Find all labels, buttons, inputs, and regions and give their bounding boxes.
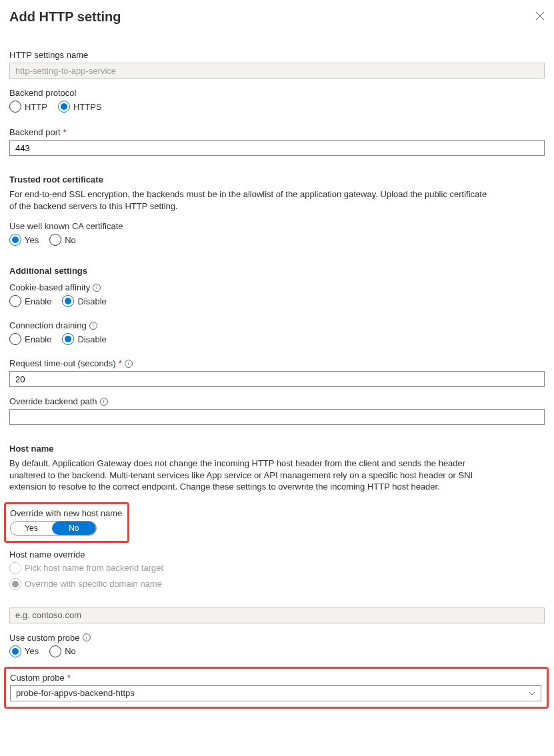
hostname-override-mode-label: Host name override	[9, 550, 545, 560]
required-asterisk: *	[67, 673, 71, 683]
request-timeout-label: Request time-out (seconds) * i	[9, 358, 545, 368]
label-text: Custom probe	[10, 673, 65, 683]
cookie-affinity-group: Enable Disable	[9, 295, 545, 307]
trusted-root-desc: For end-to-end SSL encryption, the backe…	[9, 189, 496, 212]
override-hostname-toggle[interactable]: Yes No	[10, 521, 97, 536]
settings-name-input[interactable]	[9, 63, 545, 79]
info-icon[interactable]: i	[125, 360, 133, 368]
settings-name-label: HTTP settings name	[9, 50, 545, 60]
use-custom-probe-label: Use custom probe i	[9, 633, 545, 643]
domain-name-input	[9, 607, 545, 623]
radio-label: Pick host name from backend target	[25, 563, 163, 573]
connection-draining-enable[interactable]: Enable	[9, 333, 51, 345]
override-hostname-label: Override with new host name	[10, 508, 122, 518]
cookie-affinity-label: Cookie-based affinity i	[9, 282, 545, 292]
radio-label: No	[65, 235, 76, 245]
radio-label: Disable	[77, 296, 106, 306]
hostname-override-pick: Pick host name from backend target	[9, 562, 539, 574]
radio-label: No	[65, 646, 76, 656]
well-known-ca-yes[interactable]: Yes	[9, 234, 39, 246]
radio-label: Override with specific domain name	[25, 579, 162, 589]
label-text: Request time-out (seconds)	[9, 358, 116, 368]
cookie-affinity-enable[interactable]: Enable	[9, 295, 51, 307]
info-icon[interactable]: i	[83, 633, 91, 641]
connection-draining-label: Connection draining i	[9, 320, 545, 330]
custom-probe-select[interactable]: probe-for-appvs-backend-https	[10, 685, 541, 701]
required-asterisk: *	[63, 127, 67, 137]
backend-protocol-http[interactable]: HTTP	[9, 101, 47, 113]
use-custom-probe-yes[interactable]: Yes	[9, 645, 39, 657]
info-icon[interactable]: i	[93, 284, 101, 292]
well-known-ca-group: Yes No	[9, 234, 545, 246]
radio-label: HTTP	[25, 102, 47, 112]
backend-protocol-group: HTTP HTTPS	[9, 101, 545, 113]
connection-draining-disable[interactable]: Disable	[62, 333, 106, 345]
radio-label: Disable	[77, 334, 106, 344]
request-timeout-input[interactable]	[9, 371, 545, 387]
select-value: probe-for-appvs-backend-https	[16, 688, 135, 698]
override-hostname-no[interactable]: No	[52, 522, 96, 535]
override-hostname-highlight: Override with new host name Yes No	[4, 502, 129, 543]
label-text: Connection draining	[9, 320, 87, 330]
backend-protocol-label: Backend protocol	[9, 88, 545, 98]
backend-port-label: Backend port *	[9, 127, 545, 137]
well-known-ca-label: Use well known CA certificate	[9, 221, 545, 231]
backend-port-input[interactable]	[9, 140, 545, 156]
radio-label: HTTPS	[73, 102, 102, 112]
use-custom-probe-no[interactable]: No	[49, 645, 76, 657]
backend-protocol-https[interactable]: HTTPS	[58, 101, 102, 113]
trusted-root-heading: Trusted root certificate	[9, 175, 545, 185]
override-path-label: Override backend path i	[9, 396, 545, 406]
required-asterisk: *	[119, 358, 122, 368]
label-text: Backend port	[9, 127, 61, 137]
radio-label: Yes	[25, 235, 39, 245]
connection-draining-group: Enable Disable	[9, 333, 545, 345]
additional-settings-heading: Additional settings	[9, 266, 545, 276]
panel-title: Add HTTP setting	[9, 9, 121, 25]
cookie-affinity-disable[interactable]: Disable	[62, 295, 106, 307]
hostname-override-specific: Override with specific domain name	[9, 578, 539, 590]
close-icon	[535, 11, 545, 21]
well-known-ca-no[interactable]: No	[49, 234, 76, 246]
host-name-desc: By default, Application Gateway does not…	[9, 458, 496, 493]
radio-label: Enable	[25, 296, 51, 306]
label-text: Override backend path	[9, 396, 97, 406]
override-hostname-yes[interactable]: Yes	[11, 522, 52, 535]
custom-probe-highlight: Custom probe * probe-for-appvs-backend-h…	[4, 667, 549, 709]
radio-label: Yes	[25, 646, 39, 656]
close-button[interactable]	[535, 11, 545, 23]
override-path-input[interactable]	[9, 409, 545, 425]
host-name-heading: Host name	[9, 444, 545, 454]
info-icon[interactable]: i	[89, 322, 97, 330]
label-text: Use custom probe	[9, 633, 80, 643]
use-custom-probe-group: Yes No	[9, 645, 545, 657]
custom-probe-label: Custom probe *	[10, 673, 541, 683]
info-icon[interactable]: i	[100, 398, 108, 406]
label-text: Cookie-based affinity	[9, 282, 90, 292]
radio-label: Enable	[25, 334, 51, 344]
